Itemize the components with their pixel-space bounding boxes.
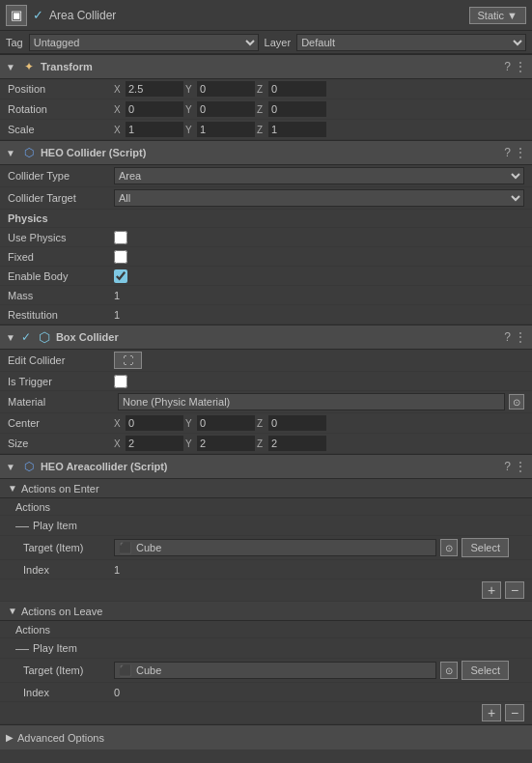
tag-layer-row: Tag Untagged Layer Default xyxy=(0,31,532,54)
transform-header: ▼ ✦ Transform ? ⋮ xyxy=(0,54,532,79)
material-row: Material None (Physic Material) ⊙ xyxy=(0,391,532,413)
enable-body-checkbox[interactable] xyxy=(114,269,127,283)
actions-on-leave-arrow[interactable]: ▼ xyxy=(8,606,17,616)
box-collider-arrow[interactable]: ▼ xyxy=(6,332,15,343)
tag-select[interactable]: Untagged xyxy=(29,34,259,51)
play-item-leave-dash: — xyxy=(15,640,29,656)
edit-collider-button[interactable]: ⛶ xyxy=(114,352,142,369)
target-enter-value-display: ⬛ Cube xyxy=(114,539,436,556)
select-leave-button[interactable]: Select xyxy=(462,661,509,680)
scale-y-input[interactable] xyxy=(197,122,255,137)
box-collider-icon: ⬡ xyxy=(37,329,52,345)
index-leave-value: 0 xyxy=(114,687,120,698)
center-z-input[interactable] xyxy=(268,415,326,431)
material-target-button[interactable]: ⊙ xyxy=(509,394,524,410)
scale-z-input[interactable] xyxy=(268,122,326,137)
select-enter-button[interactable]: Select xyxy=(462,538,509,557)
collider-type-select[interactable]: Area xyxy=(114,167,524,184)
advanced-options-arrow[interactable]: ▶ xyxy=(6,732,14,743)
use-physics-checkbox[interactable] xyxy=(114,231,127,244)
box-collider-check[interactable]: ✓ xyxy=(21,330,31,344)
actions-on-leave-title: Actions on Leave xyxy=(21,606,102,617)
heo-collider-settings-icon[interactable]: ⋮ xyxy=(515,146,526,159)
rot-x-label: X xyxy=(114,104,124,115)
scale-x-label: X xyxy=(114,125,124,135)
target-enter-value-text: Cube xyxy=(136,542,161,553)
pos-z-input[interactable] xyxy=(268,81,326,97)
remove-enter-button[interactable]: − xyxy=(505,581,524,599)
edit-collider-icon: ⛶ xyxy=(123,354,133,366)
add-leave-button[interactable]: + xyxy=(482,704,501,721)
use-physics-row: Use Physics xyxy=(0,228,532,247)
center-y-input[interactable] xyxy=(197,415,255,431)
edit-collider-row: Edit Collider ⛶ xyxy=(0,350,532,372)
add-enter-button[interactable]: + xyxy=(482,581,501,599)
center-y-label: Y xyxy=(185,418,195,429)
enable-body-row: Enable Body xyxy=(0,267,532,286)
advanced-options-header: ▶ Advanced Options xyxy=(0,724,532,749)
index-enter-value: 1 xyxy=(114,564,120,576)
index-leave-label: Index xyxy=(23,687,110,698)
actions-enter-label: Actions xyxy=(0,498,532,516)
box-collider-settings-icon[interactable]: ⋮ xyxy=(515,330,526,344)
physics-header: Physics xyxy=(0,210,532,228)
heo-collider-help-icon[interactable]: ? xyxy=(504,146,511,159)
target-leave-value-text: Cube xyxy=(136,664,161,676)
actions-on-enter-header: ▼ Actions on Enter xyxy=(0,479,532,498)
size-z-input[interactable] xyxy=(268,436,326,451)
static-button[interactable]: Static ▼ xyxy=(469,7,526,24)
position-row: Position X Y Z xyxy=(0,79,532,99)
rot-z-label: Z xyxy=(257,104,266,115)
target-leave-circle-button[interactable]: ⊙ xyxy=(440,662,458,679)
heo-collider-content: Collider Type Area Collider Target All P… xyxy=(0,165,532,325)
heo-collider-arrow[interactable]: ▼ xyxy=(6,148,15,158)
transform-menu-icon[interactable]: ⋮ xyxy=(515,60,526,73)
play-item-leave-label: Play Item xyxy=(33,642,77,654)
add-remove-enter-row: + − xyxy=(0,579,532,602)
size-y-input[interactable] xyxy=(197,436,255,451)
is-trigger-label: Is Trigger xyxy=(8,376,114,387)
remove-leave-button[interactable]: − xyxy=(505,704,524,721)
edit-collider-label: Edit Collider xyxy=(8,354,114,366)
fixed-label: Fixed xyxy=(8,251,114,263)
heo-areacollider-title: HEO Areacollider (Script) xyxy=(41,461,500,472)
transform-arrow[interactable]: ▼ xyxy=(6,62,15,72)
fixed-checkbox[interactable] xyxy=(114,250,127,264)
pos-x-label: X xyxy=(114,84,124,95)
transform-help-icon[interactable]: ? xyxy=(504,60,511,73)
target-leave-cube-icon: ⬛ xyxy=(119,664,132,677)
position-label: Position xyxy=(8,83,114,95)
pos-y-label: Y xyxy=(185,84,195,95)
rot-y-input[interactable] xyxy=(197,101,255,117)
box-collider-help-icon[interactable]: ? xyxy=(504,330,511,344)
index-enter-label: Index xyxy=(23,564,110,576)
actions-on-enter-title: Actions on Enter xyxy=(21,483,99,495)
scale-z-label: Z xyxy=(257,125,266,135)
target-leave-row: Target (Item) ⬛ Cube ⊙ Select xyxy=(0,659,532,683)
mass-row: Mass 1 xyxy=(0,286,532,305)
heo-collider-title: HEO Collider (Script) xyxy=(41,147,500,158)
transform-content: Position X Y Z Rotation X Y Z xyxy=(0,79,532,140)
target-enter-circle-button[interactable]: ⊙ xyxy=(440,539,458,556)
pos-x-input[interactable] xyxy=(126,81,183,97)
heo-areacollider-help-icon[interactable]: ? xyxy=(504,460,511,473)
size-x-input[interactable] xyxy=(126,436,183,451)
pos-y-input[interactable] xyxy=(197,81,255,97)
actions-on-enter-arrow[interactable]: ▼ xyxy=(8,483,17,494)
heo-areacollider-arrow[interactable]: ▼ xyxy=(6,462,15,472)
advanced-options-title: Advanced Options xyxy=(17,732,104,744)
restitution-value: 1 xyxy=(114,309,120,321)
rot-z-input[interactable] xyxy=(268,101,326,117)
active-checkmark[interactable]: ✓ xyxy=(33,8,43,22)
scale-x-input[interactable] xyxy=(126,122,183,137)
rot-x-input[interactable] xyxy=(126,101,183,117)
collider-target-select[interactable]: All xyxy=(114,189,524,207)
layer-label: Layer xyxy=(265,37,292,48)
center-x-input[interactable] xyxy=(126,415,183,431)
layer-select[interactable]: Default xyxy=(296,34,526,51)
is-trigger-checkbox[interactable] xyxy=(114,375,127,388)
collider-target-label: Collider Target xyxy=(8,192,114,204)
target-enter-cube-icon: ⬛ xyxy=(119,542,132,554)
box-collider-header: ▼ ✓ ⬡ Box Collider ? ⋮ xyxy=(0,325,532,350)
heo-areacollider-settings-icon[interactable]: ⋮ xyxy=(515,460,526,473)
